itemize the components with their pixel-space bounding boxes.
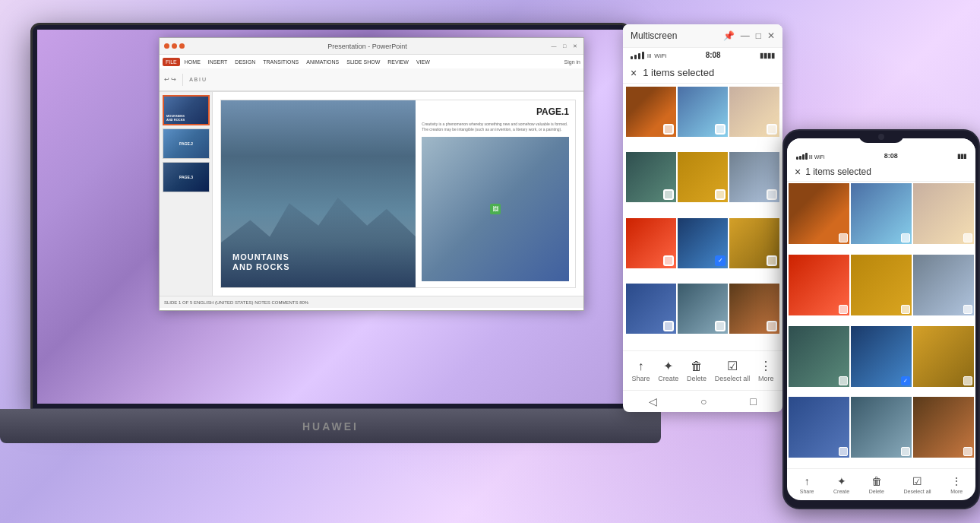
slide-thumb-3[interactable]: PAGE.3 <box>163 162 210 192</box>
ms-maximize-btn[interactable]: □ <box>756 30 761 41</box>
ms-photo-1[interactable] <box>626 87 676 137</box>
phone-signal-bar-4 <box>805 153 808 160</box>
phone-photo-1-checkbox[interactable] <box>839 233 848 242</box>
phone-photo-5-checkbox[interactable] <box>901 305 910 314</box>
ppt-menu-animations[interactable]: ANIMATIONS <box>303 58 342 66</box>
ms-photo-7[interactable] <box>626 218 676 268</box>
ppt-minimize-btn[interactable]: — <box>550 43 558 50</box>
ppt-window-controls: — □ ✕ <box>550 43 579 50</box>
ppt-toolbar: ↩ ↪ A B I U <box>160 68 583 91</box>
ms-photo-grid <box>623 84 782 350</box>
phone-share-label: Share <box>800 489 814 494</box>
phone-photo-2[interactable] <box>851 183 912 244</box>
phone-photo-4[interactable] <box>789 255 849 315</box>
ms-more-btn[interactable]: ⋮ More <box>758 359 774 382</box>
ppt-maximize-btn[interactable]: □ <box>561 43 568 50</box>
ms-photo-12[interactable] <box>729 284 779 334</box>
slide-thumb-1[interactable]: MOUNTAINSAND ROCKS <box>163 95 210 125</box>
phone-photo-3-checkbox[interactable] <box>963 233 972 242</box>
phone-photo-6-checkbox[interactable] <box>963 305 972 314</box>
ms-photo-8-checkbox[interactable] <box>715 255 726 266</box>
ms-photo-2[interactable] <box>678 87 728 137</box>
phone-photo-4-checkbox[interactable] <box>839 305 848 314</box>
ms-photo-11[interactable] <box>678 284 728 334</box>
ppt-ribbon: FILE HOME INSERT DESIGN TRANSITIONS ANIM… <box>160 55 583 92</box>
ppt-menu-design[interactable]: DESIGN <box>232 58 258 66</box>
ppt-menu-insert[interactable]: INSERT <box>205 58 231 66</box>
slide-thumb-2[interactable]: PAGE.2 <box>163 128 210 159</box>
ms-deselect-label: Deselect all <box>715 375 751 382</box>
ms-nav-recent-btn[interactable]: □ <box>750 395 756 407</box>
ppt-menu-transitions[interactable]: TRANSITIONS <box>260 58 302 66</box>
phone-photo-12[interactable] <box>913 397 974 458</box>
ppt-menu-file[interactable]: FILE <box>163 58 180 66</box>
ms-selection-count: 1 items selected <box>643 67 714 78</box>
phone-wifi-icon: WiFi <box>814 154 825 160</box>
ms-photo-5-checkbox[interactable] <box>715 189 726 200</box>
ms-photo-5[interactable] <box>678 152 728 202</box>
ms-photo-11-checkbox[interactable] <box>715 321 726 331</box>
ms-create-btn[interactable]: ✦ Create <box>658 359 678 382</box>
ms-photo-9-checkbox[interactable] <box>767 255 777 266</box>
ms-photo-7-checkbox[interactable] <box>663 255 674 266</box>
phone-deselect-all-btn[interactable]: ☑ Deselect all <box>903 475 931 494</box>
phone-photo-11[interactable] <box>851 397 912 458</box>
phone-photo-8[interactable] <box>851 326 912 387</box>
ms-nav-back-btn[interactable]: ◁ <box>649 395 657 407</box>
ms-photo-4[interactable] <box>626 152 676 202</box>
phone-photo-2-checkbox[interactable] <box>901 233 910 242</box>
phone-selection-count: 1 items selected <box>805 166 871 177</box>
ms-close-btn[interactable]: ✕ <box>767 30 775 41</box>
ms-photo-8[interactable] <box>678 218 728 268</box>
phone-photo-3[interactable] <box>913 183 974 244</box>
ppt-menu-home[interactable]: HOME <box>182 58 204 66</box>
ms-photo-9[interactable] <box>729 218 779 268</box>
ms-photo-10-checkbox[interactable] <box>663 321 674 331</box>
phone-photo-8-checkbox[interactable] <box>901 376 910 385</box>
phone-photo-10[interactable] <box>789 397 849 458</box>
phone-more-label: More <box>950 489 963 494</box>
slide-mountain-title: MOUNTAINS <box>232 252 290 262</box>
ppt-titlebar: Presentation - PowerPoint — □ ✕ <box>160 38 583 55</box>
phone-photo-9-checkbox[interactable] <box>963 376 972 385</box>
ms-photo-3[interactable] <box>729 87 779 137</box>
phone-more-btn[interactable]: ⋮ More <box>950 475 963 494</box>
phone-photo-1[interactable] <box>789 183 849 244</box>
phone-photo-10-checkbox[interactable] <box>839 447 848 456</box>
ms-nav-home-btn[interactable]: ○ <box>700 395 707 407</box>
phone-photo-5[interactable] <box>851 255 912 315</box>
phone-photo-12-checkbox[interactable] <box>963 447 972 456</box>
phone-selection-close-btn[interactable]: × <box>795 166 801 178</box>
ms-delete-btn[interactable]: 🗑 Delete <box>687 360 707 382</box>
ms-photo-6-checkbox[interactable] <box>767 189 777 200</box>
phone-delete-btn[interactable]: 🗑 Delete <box>869 475 884 494</box>
ms-share-btn[interactable]: ↑ Share <box>631 360 650 382</box>
phone-signal-bar-1 <box>796 157 798 160</box>
ms-deselect-icon: ☑ <box>727 359 738 373</box>
ppt-menu-slideshow[interactable]: SLIDE SHOW <box>343 58 383 66</box>
phone-photo-7[interactable] <box>789 326 849 387</box>
phone-photo-11-checkbox[interactable] <box>901 447 910 456</box>
ms-photo-2-checkbox[interactable] <box>715 124 726 135</box>
phone-photo-9[interactable] <box>913 326 974 387</box>
ms-photo-1-checkbox[interactable] <box>663 124 674 135</box>
ppt-menu-view[interactable]: VIEW <box>413 58 433 66</box>
ms-photo-4-checkbox[interactable] <box>663 189 674 200</box>
ms-photo-12-checkbox[interactable] <box>767 321 777 331</box>
phone-create-btn[interactable]: ✦ Create <box>833 475 849 494</box>
ms-deselect-all-btn[interactable]: ☑ Deselect all <box>715 359 751 382</box>
ms-photo-6[interactable] <box>729 152 779 202</box>
ms-pin-btn[interactable]: 📌 <box>723 30 735 41</box>
ppt-statusbar: SLIDE 1 OF 5 ENGLISH (UNITED STATES) NOT… <box>160 296 583 308</box>
ppt-menu-review[interactable]: REVIEW <box>384 58 412 66</box>
ms-minimize-btn[interactable]: — <box>741 30 750 41</box>
phone-photo-6[interactable] <box>913 255 974 315</box>
ms-photo-3-checkbox[interactable] <box>767 124 777 135</box>
phone-photo-7-checkbox[interactable] <box>839 376 848 385</box>
ms-photo-10[interactable] <box>626 284 676 334</box>
ms-selection-close-btn[interactable]: × <box>631 68 637 78</box>
ppt-close-btn[interactable]: ✕ <box>571 43 579 50</box>
phone-share-btn[interactable]: ↑ Share <box>800 475 814 494</box>
phone: lll WiFi 8:08 ▮▮▮ × 1 items selected <box>782 129 980 509</box>
phone-selection-header: × 1 items selected <box>787 163 975 182</box>
